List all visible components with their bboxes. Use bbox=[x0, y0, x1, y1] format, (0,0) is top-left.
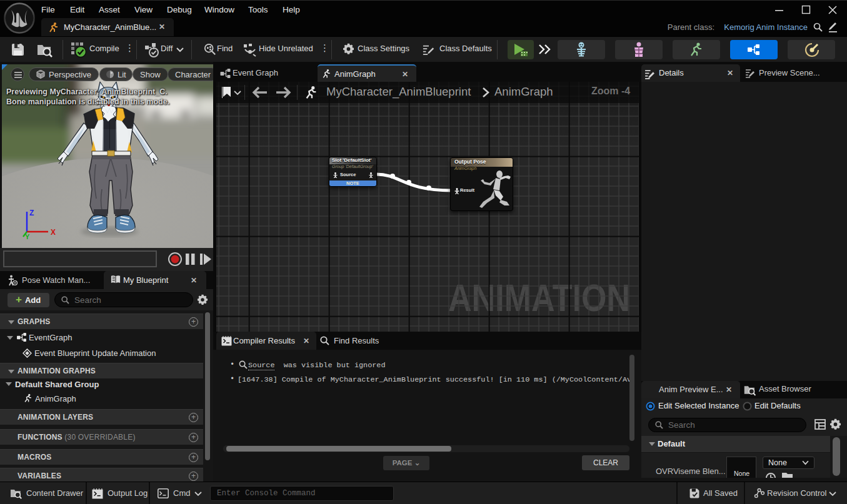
svg-text:X: X bbox=[51, 228, 56, 237]
svg-text:Y: Y bbox=[25, 233, 30, 239]
svg-text:Z: Z bbox=[29, 209, 34, 217]
